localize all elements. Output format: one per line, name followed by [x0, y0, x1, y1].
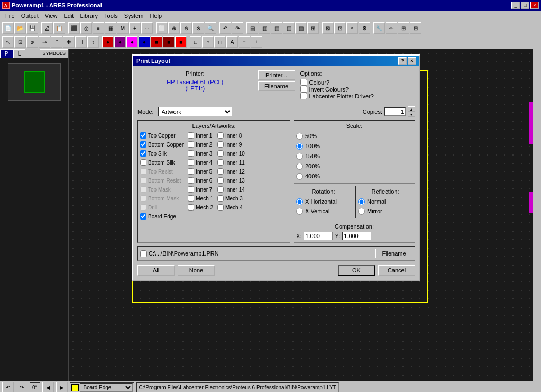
- close-button[interactable]: ×: [530, 2, 539, 9]
- layer-bottom-copper-cb[interactable]: [140, 141, 146, 148]
- tb11[interactable]: ⊗: [192, 22, 204, 34]
- layer-inner13-cb[interactable]: [217, 177, 224, 184]
- menu-output[interactable]: Output: [18, 12, 42, 20]
- layer-top-copper-cb[interactable]: [140, 132, 146, 139]
- layer-inner6-cb[interactable]: [188, 177, 194, 184]
- open-btn[interactable]: 📂: [14, 22, 26, 34]
- menu-system[interactable]: System: [121, 12, 147, 20]
- tb24[interactable]: ⚙: [359, 22, 370, 34]
- tb22[interactable]: ⊡: [334, 22, 346, 34]
- printer-button[interactable]: Printer...: [258, 70, 295, 80]
- print-layout-dialog[interactable]: Print Layout ? × Printer: HP LaserJet 6L…: [132, 54, 420, 281]
- tb27[interactable]: ⊞: [398, 22, 409, 34]
- comp-y-input[interactable]: [342, 232, 371, 240]
- layer-inner10-cb[interactable]: [217, 150, 224, 157]
- scale-50-radio[interactable]: [296, 133, 303, 140]
- none-button[interactable]: None: [178, 265, 215, 276]
- tool1[interactable]: ↖: [2, 36, 14, 48]
- minimize-button[interactable]: _: [511, 2, 520, 9]
- layer-bottom-mask-cb[interactable]: [140, 195, 146, 202]
- tb12[interactable]: 🔍: [205, 22, 216, 34]
- layer-inner8-cb[interactable]: [217, 132, 224, 139]
- tb14[interactable]: ↷: [232, 22, 243, 34]
- dialog-help-button[interactable]: ?: [398, 57, 407, 65]
- mode-select[interactable]: Artwork: [158, 107, 232, 116]
- tool12[interactable]: ●: [139, 36, 150, 48]
- menu-file[interactable]: File: [2, 12, 18, 20]
- tool5[interactable]: ⊺: [51, 36, 62, 48]
- scale-150-radio[interactable]: [296, 153, 303, 160]
- tb17[interactable]: ▧: [271, 22, 282, 34]
- layer-bottom-silk-cb[interactable]: [140, 159, 146, 166]
- canvas-area[interactable]: Print Layout ? × Printer: HP LaserJet 6L…: [69, 49, 541, 381]
- print-btn[interactable]: 🖨: [41, 22, 53, 34]
- symbols-tab[interactable]: SYMBOLS: [40, 49, 68, 58]
- layer-inner1-cb[interactable]: [188, 132, 194, 139]
- print2-btn[interactable]: 📋: [53, 22, 65, 34]
- menu-tools[interactable]: Tools: [101, 12, 121, 20]
- ok-button[interactable]: OK: [338, 265, 375, 276]
- copies-up[interactable]: ▲: [408, 106, 415, 112]
- filename-output-button[interactable]: Filename: [375, 249, 412, 258]
- menu-library[interactable]: Library: [77, 12, 101, 20]
- rotation-x-horizontal-radio[interactable]: [296, 198, 303, 205]
- tool7[interactable]: ⊣: [75, 36, 87, 48]
- tb16[interactable]: ▥: [259, 22, 270, 34]
- reflection-mirror-radio[interactable]: [358, 208, 365, 215]
- layer-mech4-cb[interactable]: [217, 204, 224, 211]
- layer-mech3-cb[interactable]: [217, 195, 224, 202]
- layer-inner12-cb[interactable]: [217, 168, 224, 175]
- tool3[interactable]: ⌀: [26, 36, 38, 48]
- layer-top-resist-cb[interactable]: [140, 168, 146, 175]
- layer-inner9-cb[interactable]: [217, 141, 224, 148]
- tb26[interactable]: ✏: [386, 22, 397, 34]
- tool18[interactable]: ◻: [214, 36, 226, 48]
- layer-inner11-cb[interactable]: [217, 159, 224, 166]
- tool21[interactable]: +: [251, 36, 262, 48]
- tool11[interactable]: ●: [126, 36, 138, 48]
- tool4[interactable]: ⊸: [39, 36, 50, 48]
- tb1[interactable]: ⬛: [68, 22, 80, 34]
- layer-top-silk-cb[interactable]: [140, 150, 146, 157]
- layer-inner5-cb[interactable]: [188, 168, 194, 175]
- layer-mech1-cb[interactable]: [188, 195, 194, 202]
- tool20[interactable]: ≡: [239, 36, 250, 48]
- layer-drill-cb[interactable]: [140, 204, 146, 211]
- copies-down[interactable]: ▼: [408, 112, 415, 117]
- tb10[interactable]: ⊖: [180, 22, 192, 34]
- layer-inner7-cb[interactable]: [188, 186, 194, 193]
- scale-400-radio[interactable]: [296, 173, 303, 180]
- tb13[interactable]: ↶: [219, 22, 231, 34]
- invert-colours-checkbox[interactable]: [300, 86, 307, 93]
- window-controls[interactable]: _ □ ×: [511, 2, 539, 9]
- status-rotate-cw[interactable]: ↷: [16, 382, 27, 393]
- tb2[interactable]: ◎: [80, 22, 92, 34]
- tb18[interactable]: ▨: [283, 22, 295, 34]
- tb25[interactable]: 🔧: [373, 22, 385, 34]
- panel-tab-p[interactable]: P: [0, 49, 13, 58]
- layer-top-mask-cb[interactable]: [140, 186, 146, 193]
- scale-200-radio[interactable]: [296, 163, 303, 170]
- tool19[interactable]: A: [226, 36, 238, 48]
- tb19[interactable]: ▩: [295, 22, 307, 34]
- tb23[interactable]: ⌖: [346, 22, 358, 34]
- status-pan-right[interactable]: ▶: [56, 382, 68, 393]
- file-output-checkbox[interactable]: [140, 250, 147, 257]
- layer-inner4-cb[interactable]: [188, 159, 194, 166]
- dialog-title-bar[interactable]: Print Layout ? ×: [133, 56, 419, 66]
- tool6[interactable]: ✚: [63, 36, 75, 48]
- layer-inner14-cb[interactable]: [217, 186, 224, 193]
- tb28[interactable]: ⊟: [410, 22, 421, 34]
- layer-board-edge-cb[interactable]: [140, 213, 146, 220]
- status-layer-selector[interactable]: Board Edge: [70, 382, 134, 393]
- tool13[interactable]: ■: [151, 36, 162, 48]
- reflection-normal-radio[interactable]: [358, 198, 365, 205]
- tb6[interactable]: +: [129, 22, 141, 34]
- layer-inner2-cb[interactable]: [188, 141, 194, 148]
- filename-button-top[interactable]: Filename: [258, 81, 295, 91]
- dialog-close-button[interactable]: ×: [408, 57, 416, 65]
- all-button[interactable]: All: [137, 265, 175, 276]
- tb9[interactable]: ⊕: [168, 22, 180, 34]
- layer-inner3-cb[interactable]: [188, 150, 194, 157]
- menu-edit[interactable]: Edit: [60, 12, 77, 20]
